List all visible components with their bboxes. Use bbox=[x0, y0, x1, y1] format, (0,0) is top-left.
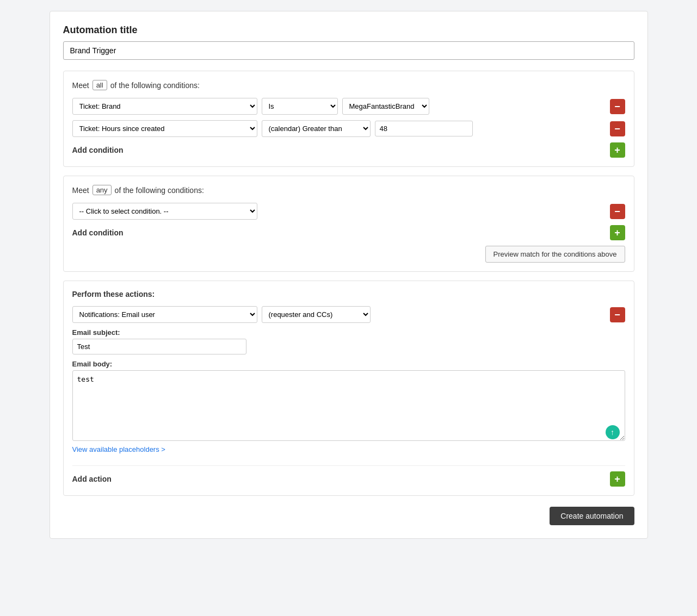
action-1-type-select[interactable]: Notifications: Email user bbox=[72, 306, 257, 323]
meet-any-qualifier: any bbox=[92, 185, 112, 195]
add-all-condition-button[interactable] bbox=[610, 142, 625, 158]
any-condition-row-1: -- Click to select condition. -- bbox=[72, 203, 625, 220]
condition-2-remove-button[interactable] bbox=[610, 121, 625, 136]
condition-2-operator-select[interactable]: (calendar) Greater than bbox=[262, 120, 371, 137]
meet-all-suffix: of the following conditions: bbox=[110, 81, 200, 90]
actions-block: Perform these actions: Notifications: Em… bbox=[63, 281, 634, 496]
meet-any-prefix: Meet bbox=[72, 186, 89, 195]
condition-1-operator-select[interactable]: Is bbox=[262, 98, 338, 115]
automation-form: Automation title Meet all of the followi… bbox=[50, 11, 648, 539]
add-any-condition-row: Add condition bbox=[72, 225, 625, 240]
create-automation-button[interactable]: Create automation bbox=[550, 507, 634, 525]
email-body-textarea[interactable]: test bbox=[72, 370, 625, 441]
any-condition-1-remove-button[interactable] bbox=[610, 204, 625, 219]
footer-row: Create automation bbox=[63, 507, 634, 525]
preview-row: Preview match for the conditions above bbox=[72, 246, 625, 263]
email-subject-label: Email subject: bbox=[72, 328, 625, 337]
condition-1-field-select[interactable]: Ticket: Brand bbox=[72, 98, 257, 115]
all-conditions-block: Meet all of the following conditions: Ti… bbox=[63, 71, 634, 167]
condition-2-field-select[interactable]: Ticket: Hours since created bbox=[72, 120, 257, 137]
placeholder-link[interactable]: View available placeholders > bbox=[72, 445, 165, 453]
add-any-condition-button[interactable] bbox=[610, 225, 625, 240]
action-1-recipient-select[interactable]: (requester and CCs) bbox=[262, 306, 371, 323]
meet-all-qualifier: all bbox=[92, 80, 107, 90]
email-subject-input[interactable] bbox=[72, 339, 246, 354]
automation-title-input[interactable] bbox=[63, 41, 634, 60]
perform-label: Perform these actions: bbox=[72, 290, 625, 298]
add-all-condition-row: Add condition bbox=[72, 142, 625, 158]
automation-title-label: Automation title bbox=[63, 24, 634, 36]
preview-match-button[interactable]: Preview match for the conditions above bbox=[485, 246, 625, 263]
meet-all-prefix: Meet bbox=[72, 81, 89, 90]
condition-row-2: Ticket: Hours since created (calendar) G… bbox=[72, 120, 625, 137]
email-body-wrapper: test bbox=[72, 370, 625, 445]
send-icon[interactable] bbox=[606, 425, 620, 439]
add-action-row: Add action bbox=[72, 465, 625, 487]
condition-1-remove-button[interactable] bbox=[610, 99, 625, 114]
condition-row-1: Ticket: Brand Is MegaFantasticBrand bbox=[72, 98, 625, 115]
email-body-label: Email body: bbox=[72, 360, 625, 368]
condition-2-value-input[interactable] bbox=[375, 121, 473, 136]
action-1-remove-button[interactable] bbox=[610, 307, 625, 322]
meet-any-row: Meet any of the following conditions: bbox=[72, 185, 625, 195]
add-all-condition-label: Add condition bbox=[72, 146, 124, 154]
add-action-label: Add action bbox=[72, 475, 112, 483]
add-action-button[interactable] bbox=[610, 471, 625, 487]
condition-1-value-select[interactable]: MegaFantasticBrand bbox=[342, 98, 429, 115]
meet-any-suffix: of the following conditions: bbox=[115, 186, 204, 195]
action-row-1: Notifications: Email user (requester and… bbox=[72, 306, 625, 323]
any-condition-1-field-select[interactable]: -- Click to select condition. -- bbox=[72, 203, 257, 220]
any-conditions-block: Meet any of the following conditions: --… bbox=[63, 176, 634, 272]
add-any-condition-label: Add condition bbox=[72, 228, 124, 237]
meet-all-row: Meet all of the following conditions: bbox=[72, 80, 625, 90]
